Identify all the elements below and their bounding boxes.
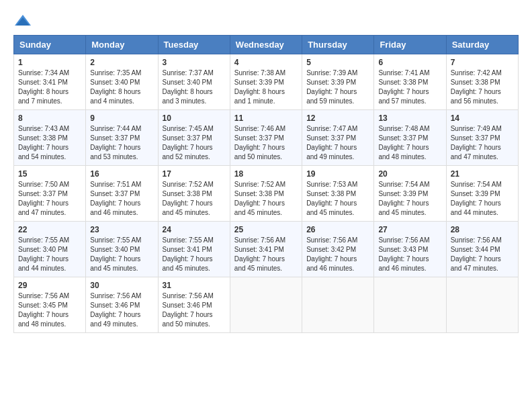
table-row <box>374 277 446 333</box>
weekday-tuesday: Tuesday <box>158 36 230 54</box>
day-info: Sunrise: 7:37 AM Sunset: 3:40 PM Dayligh… <box>163 68 226 106</box>
day-number: 14 <box>451 113 514 123</box>
table-row: 3 Sunrise: 7:37 AM Sunset: 3:40 PM Dayli… <box>158 54 230 110</box>
table-row: 16 Sunrise: 7:51 AM Sunset: 3:37 PM Dayl… <box>86 166 158 222</box>
week-row-1: 1 Sunrise: 7:34 AM Sunset: 3:41 PM Dayli… <box>14 54 519 110</box>
weekday-saturday: Saturday <box>446 36 518 54</box>
table-row: 8 Sunrise: 7:43 AM Sunset: 3:38 PM Dayli… <box>14 110 86 166</box>
weekday-friday: Friday <box>374 36 446 54</box>
day-info: Sunrise: 7:56 AM Sunset: 3:45 PM Dayligh… <box>18 291 81 329</box>
day-info: Sunrise: 7:56 AM Sunset: 3:41 PM Dayligh… <box>234 236 298 273</box>
table-row: 28 Sunrise: 7:56 AM Sunset: 3:44 PM Dayl… <box>446 222 518 277</box>
day-number: 24 <box>163 225 226 234</box>
weekday-sunday: Sunday <box>14 36 86 54</box>
day-number: 5 <box>306 58 369 67</box>
day-number: 22 <box>18 225 81 234</box>
table-row: 4 Sunrise: 7:38 AM Sunset: 3:39 PM Dayli… <box>230 54 302 110</box>
calendar-table: SundayMondayTuesdayWednesdayThursdayFrid… <box>13 35 519 333</box>
day-number: 27 <box>378 225 441 234</box>
table-row: 27 Sunrise: 7:56 AM Sunset: 3:43 PM Dayl… <box>374 222 446 277</box>
day-number: 4 <box>234 58 298 67</box>
day-info: Sunrise: 7:56 AM Sunset: 3:43 PM Dayligh… <box>378 236 441 273</box>
day-number: 8 <box>18 113 81 123</box>
day-info: Sunrise: 7:56 AM Sunset: 3:46 PM Dayligh… <box>163 291 226 329</box>
day-info: Sunrise: 7:42 AM Sunset: 3:38 PM Dayligh… <box>451 68 514 106</box>
week-row-5: 29 Sunrise: 7:56 AM Sunset: 3:45 PM Dayl… <box>14 277 519 333</box>
day-number: 12 <box>306 113 369 123</box>
day-info: Sunrise: 7:51 AM Sunset: 3:37 PM Dayligh… <box>90 180 153 218</box>
day-info: Sunrise: 7:39 AM Sunset: 3:39 PM Dayligh… <box>306 68 369 106</box>
day-info: Sunrise: 7:53 AM Sunset: 3:38 PM Dayligh… <box>306 180 369 218</box>
calendar-header: SundayMondayTuesdayWednesdayThursdayFrid… <box>14 36 519 54</box>
day-number: 20 <box>378 169 441 179</box>
table-row: 5 Sunrise: 7:39 AM Sunset: 3:39 PM Dayli… <box>302 54 374 110</box>
day-number: 13 <box>378 113 441 123</box>
day-number: 26 <box>306 225 369 234</box>
day-info: Sunrise: 7:35 AM Sunset: 3:40 PM Dayligh… <box>90 68 153 106</box>
day-info: Sunrise: 7:48 AM Sunset: 3:37 PM Dayligh… <box>378 124 441 162</box>
table-row: 7 Sunrise: 7:42 AM Sunset: 3:38 PM Dayli… <box>446 54 518 110</box>
table-row: 20 Sunrise: 7:54 AM Sunset: 3:39 PM Dayl… <box>374 166 446 222</box>
day-number: 6 <box>378 58 441 67</box>
table-row <box>302 277 374 333</box>
day-number: 16 <box>90 169 153 179</box>
day-info: Sunrise: 7:50 AM Sunset: 3:37 PM Dayligh… <box>18 180 81 218</box>
day-number: 7 <box>451 58 514 67</box>
page-header <box>13 13 519 28</box>
calendar-body: 1 Sunrise: 7:34 AM Sunset: 3:41 PM Dayli… <box>14 54 519 333</box>
day-number: 19 <box>306 169 369 179</box>
day-info: Sunrise: 7:55 AM Sunset: 3:41 PM Dayligh… <box>163 236 226 273</box>
day-info: Sunrise: 7:46 AM Sunset: 3:37 PM Dayligh… <box>234 124 298 162</box>
day-info: Sunrise: 7:54 AM Sunset: 3:39 PM Dayligh… <box>451 180 514 218</box>
day-info: Sunrise: 7:55 AM Sunset: 3:40 PM Dayligh… <box>90 236 153 273</box>
day-info: Sunrise: 7:55 AM Sunset: 3:40 PM Dayligh… <box>18 236 81 273</box>
day-number: 3 <box>163 58 226 67</box>
week-row-2: 8 Sunrise: 7:43 AM Sunset: 3:38 PM Dayli… <box>14 110 519 166</box>
day-number: 18 <box>234 169 298 179</box>
day-info: Sunrise: 7:56 AM Sunset: 3:42 PM Dayligh… <box>306 236 369 273</box>
day-number: 30 <box>90 281 153 290</box>
week-row-3: 15 Sunrise: 7:50 AM Sunset: 3:37 PM Dayl… <box>14 166 519 222</box>
table-row: 23 Sunrise: 7:55 AM Sunset: 3:40 PM Dayl… <box>86 222 158 277</box>
day-info: Sunrise: 7:41 AM Sunset: 3:38 PM Dayligh… <box>378 68 441 106</box>
table-row <box>230 277 302 333</box>
table-row <box>446 277 518 333</box>
weekday-monday: Monday <box>86 36 158 54</box>
day-number: 15 <box>18 169 81 179</box>
day-number: 9 <box>90 113 153 123</box>
weekday-wednesday: Wednesday <box>230 36 302 54</box>
table-row: 31 Sunrise: 7:56 AM Sunset: 3:46 PM Dayl… <box>158 277 230 333</box>
day-number: 31 <box>163 281 226 290</box>
day-info: Sunrise: 7:47 AM Sunset: 3:37 PM Dayligh… <box>306 124 369 162</box>
day-number: 1 <box>18 58 81 67</box>
table-row: 6 Sunrise: 7:41 AM Sunset: 3:38 PM Dayli… <box>374 54 446 110</box>
day-number: 11 <box>234 113 298 123</box>
day-number: 10 <box>163 113 226 123</box>
week-row-4: 22 Sunrise: 7:55 AM Sunset: 3:40 PM Dayl… <box>14 222 519 277</box>
table-row: 30 Sunrise: 7:56 AM Sunset: 3:46 PM Dayl… <box>86 277 158 333</box>
weekday-thursday: Thursday <box>302 36 374 54</box>
table-row: 26 Sunrise: 7:56 AM Sunset: 3:42 PM Dayl… <box>302 222 374 277</box>
day-info: Sunrise: 7:38 AM Sunset: 3:39 PM Dayligh… <box>234 68 298 106</box>
logo <box>13 13 35 28</box>
table-row: 10 Sunrise: 7:45 AM Sunset: 3:37 PM Dayl… <box>158 110 230 166</box>
day-number: 17 <box>163 169 226 179</box>
day-info: Sunrise: 7:52 AM Sunset: 3:38 PM Dayligh… <box>163 180 226 218</box>
table-row: 21 Sunrise: 7:54 AM Sunset: 3:39 PM Dayl… <box>446 166 518 222</box>
table-row: 25 Sunrise: 7:56 AM Sunset: 3:41 PM Dayl… <box>230 222 302 277</box>
day-info: Sunrise: 7:34 AM Sunset: 3:41 PM Dayligh… <box>18 68 81 106</box>
day-info: Sunrise: 7:54 AM Sunset: 3:39 PM Dayligh… <box>378 180 441 218</box>
day-info: Sunrise: 7:45 AM Sunset: 3:37 PM Dayligh… <box>163 124 226 162</box>
day-info: Sunrise: 7:43 AM Sunset: 3:38 PM Dayligh… <box>18 124 81 162</box>
table-row: 11 Sunrise: 7:46 AM Sunset: 3:37 PM Dayl… <box>230 110 302 166</box>
table-row: 24 Sunrise: 7:55 AM Sunset: 3:41 PM Dayl… <box>158 222 230 277</box>
table-row: 19 Sunrise: 7:53 AM Sunset: 3:38 PM Dayl… <box>302 166 374 222</box>
table-row: 2 Sunrise: 7:35 AM Sunset: 3:40 PM Dayli… <box>86 54 158 110</box>
day-info: Sunrise: 7:52 AM Sunset: 3:38 PM Dayligh… <box>234 180 298 218</box>
day-info: Sunrise: 7:56 AM Sunset: 3:46 PM Dayligh… <box>90 291 153 329</box>
table-row: 9 Sunrise: 7:44 AM Sunset: 3:37 PM Dayli… <box>86 110 158 166</box>
table-row: 22 Sunrise: 7:55 AM Sunset: 3:40 PM Dayl… <box>14 222 86 277</box>
table-row: 17 Sunrise: 7:52 AM Sunset: 3:38 PM Dayl… <box>158 166 230 222</box>
day-number: 2 <box>90 58 153 67</box>
table-row: 1 Sunrise: 7:34 AM Sunset: 3:41 PM Dayli… <box>14 54 86 110</box>
